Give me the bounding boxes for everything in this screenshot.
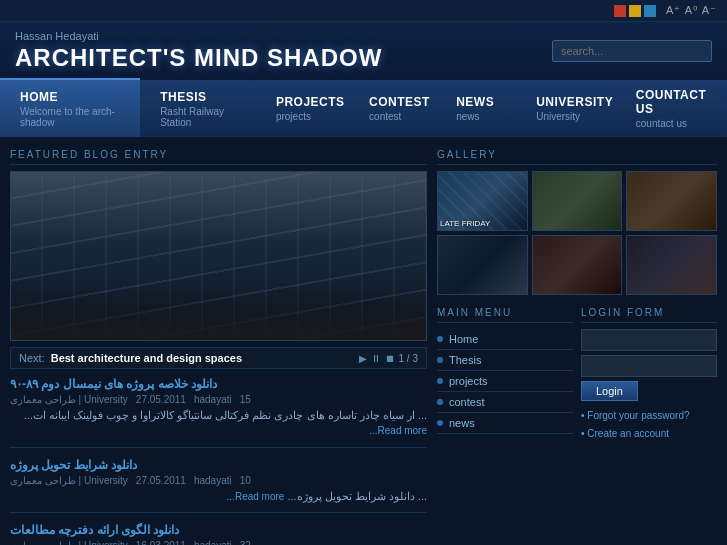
nav-item-university[interactable]: UNIVERSITY University: [516, 80, 616, 137]
arch-visual: [11, 172, 426, 340]
thumb-overlay-2: [627, 172, 716, 230]
play-icon[interactable]: ▶: [359, 353, 367, 364]
menu-bullet-3: [437, 399, 443, 405]
nav-item-home[interactable]: HOME Welcome to the arch-shadow: [0, 78, 140, 137]
arch-floor: [11, 290, 426, 340]
color-scheme-yellow[interactable]: [629, 5, 641, 17]
nav-item-contest[interactable]: CONTEST contest: [349, 80, 436, 137]
nav-sub-university: University: [536, 111, 596, 122]
color-scheme-red[interactable]: [614, 5, 626, 17]
create-account-link[interactable]: Create an account: [581, 425, 717, 443]
menu-bullet-0: [437, 336, 443, 342]
menu-bullet-1: [437, 357, 443, 363]
nav-sub-contest: contest: [369, 111, 416, 122]
main-menu-label: MAIN MENU: [437, 307, 573, 323]
stop-icon[interactable]: ⏹: [385, 353, 395, 364]
search-input[interactable]: [552, 40, 712, 62]
nav-item-projects[interactable]: PROJECTS projects: [256, 80, 349, 137]
forgot-password-link[interactable]: Forgot your password?: [581, 407, 717, 425]
site-title: ARCHITECT'S MIND SHADOW: [15, 44, 382, 72]
left-column: FEATURED BLOG ENTRY Next: Best architect…: [10, 149, 427, 545]
navigation: HOME Welcome to the arch-shadow THESIS R…: [0, 80, 727, 139]
blog-entry-1: دانلود شرایط تحویل پروژه طراحی معماری | …: [10, 458, 427, 513]
featured-section-label: FEATURED BLOG ENTRY: [10, 149, 427, 165]
featured-image[interactable]: [10, 171, 427, 341]
nav-sub-contact: countact us: [636, 118, 707, 129]
nav-label-thesis: THESIS: [160, 90, 236, 104]
nav-label-contact: COUNTACT US: [636, 88, 707, 116]
nav-label-projects: PROJECTS: [276, 95, 329, 109]
nav-label-news: NEWS: [456, 95, 496, 109]
font-size-controls[interactable]: A⁺ A⁰ A⁻: [666, 4, 717, 17]
username-input[interactable]: [581, 329, 717, 351]
menu-item-4[interactable]: news: [437, 413, 573, 434]
blog-excerpt-0: ... ار سیاه چادر تاساره های چادری نظم فر…: [10, 408, 427, 439]
blog-list: دانلود خلاصه پروژه های نیمسال دوم ۸۹-۹۰ …: [10, 377, 427, 545]
blog-date-2: 16.03.2011: [136, 540, 186, 545]
login-form-label: LOGIN FORM: [581, 307, 717, 323]
gallery-thumb-2[interactable]: [626, 171, 717, 231]
color-scheme-blue[interactable]: [644, 5, 656, 17]
menu-item-2[interactable]: projects: [437, 371, 573, 392]
nav-sub-news: news: [456, 111, 496, 122]
right-column: GALLERY LATE FRIDAY MAIN MENU HomeThesis…: [437, 149, 717, 545]
pause-icon[interactable]: ⏸: [371, 353, 381, 364]
gallery-thumb-5[interactable]: [626, 235, 717, 295]
gallery-thumb-3[interactable]: [437, 235, 528, 295]
search-box: [552, 40, 712, 62]
gallery-thumb-0[interactable]: LATE FRIDAY: [437, 171, 528, 231]
blog-meta-0: طراحی معماری | University 27.05.2011 had…: [10, 394, 427, 405]
menu-label-3: contest: [449, 396, 484, 408]
nav-label-university: UNIVERSITY: [536, 95, 596, 109]
gallery-section: GALLERY LATE FRIDAY: [437, 149, 717, 295]
menu-item-1[interactable]: Thesis: [437, 350, 573, 371]
blog-category-0: طراحی معماری | University: [10, 394, 128, 405]
blog-title-2[interactable]: دانلود الگوی ارائه دفترچه مطالعات: [10, 523, 427, 537]
site-header: Hassan Hedayati ARCHITECT'S MIND SHADOW: [0, 22, 727, 80]
menu-label-0: Home: [449, 333, 478, 345]
nav-item-thesis[interactable]: THESIS Rasht Railway Station: [140, 80, 256, 137]
read-more-0[interactable]: Read more...: [369, 425, 427, 436]
slideshow-controls[interactable]: ▶ ⏸ ⏹ 1 / 3: [359, 353, 418, 364]
main-menu-widget: MAIN MENU HomeThesisprojectscontestnews: [437, 307, 573, 443]
thumb-overlay-4: [533, 236, 622, 294]
menu-label-2: projects: [449, 375, 488, 387]
menu-item-3[interactable]: contest: [437, 392, 573, 413]
thumb-title-0: LATE FRIDAY: [440, 219, 490, 228]
blog-excerpt-1: ... دانلود شرایط تحویل پروژه... Read mor…: [10, 489, 427, 504]
password-input[interactable]: [581, 355, 717, 377]
thumb-overlay-1: [533, 172, 622, 230]
login-button[interactable]: Login: [581, 381, 638, 401]
nav-item-contact[interactable]: COUNTACT US countact us: [616, 80, 727, 137]
nav-sub-home: Welcome to the arch-shadow: [20, 106, 120, 128]
blog-title-1[interactable]: دانلود شرایط تحویل پروژه: [10, 458, 427, 472]
blog-comments-1: 10: [240, 475, 251, 486]
menu-bullet-2: [437, 378, 443, 384]
menu-label-4: news: [449, 417, 475, 429]
nav-item-news[interactable]: NEWS news: [436, 80, 516, 137]
nav-sub-thesis: Rasht Railway Station: [160, 106, 236, 128]
author-name: Hassan Hedayati: [15, 30, 382, 42]
top-bar: A⁺ A⁰ A⁻: [0, 0, 727, 22]
gallery-grid: LATE FRIDAY: [437, 171, 717, 295]
thumb-overlay-5: [627, 236, 716, 294]
gallery-thumb-4[interactable]: [532, 235, 623, 295]
blog-entry-2: دانلود الگوی ارائه دفترچه مطالعات طراحی …: [10, 523, 427, 545]
read-more-1[interactable]: Read more...: [227, 491, 285, 502]
menu-items-list: HomeThesisprojectscontestnews: [437, 329, 573, 434]
bottom-right: MAIN MENU HomeThesisprojectscontestnews …: [437, 307, 717, 443]
menu-item-0[interactable]: Home: [437, 329, 573, 350]
nav-label-home: HOME: [20, 90, 120, 104]
gallery-thumb-1[interactable]: [532, 171, 623, 231]
login-form-widget: LOGIN FORM Login Forgot your password? C…: [581, 307, 717, 443]
login-links: Forgot your password? Create an account: [581, 407, 717, 443]
main-content: FEATURED BLOG ENTRY Next: Best architect…: [0, 139, 727, 545]
next-bar: Next: Best architecture and design space…: [10, 347, 427, 369]
blog-author-2: hadayati: [194, 540, 232, 545]
color-scheme-selector[interactable]: [614, 5, 656, 17]
blog-author-1: hadayati: [194, 475, 232, 486]
blog-category-1: طراحی معماری | University: [10, 475, 128, 486]
blog-entry-0: دانلود خلاصه پروژه های نیمسال دوم ۸۹-۹۰ …: [10, 377, 427, 448]
blog-meta-1: طراحی معماری | University 27.05.2011 had…: [10, 475, 427, 486]
blog-title-0[interactable]: دانلود خلاصه پروژه های نیمسال دوم ۸۹-۹۰: [10, 377, 427, 391]
